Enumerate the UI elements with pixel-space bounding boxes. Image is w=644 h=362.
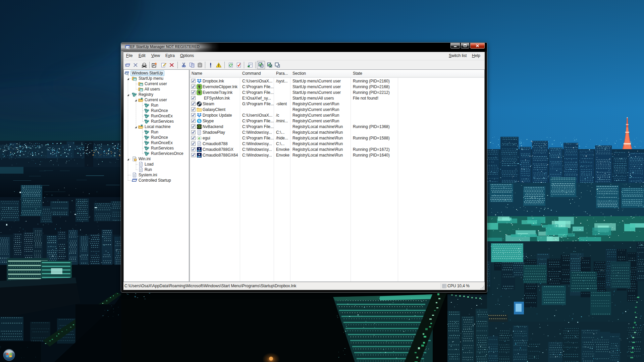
svg-text:e: e [198,136,200,140]
svg-text:S: S [198,119,200,123]
